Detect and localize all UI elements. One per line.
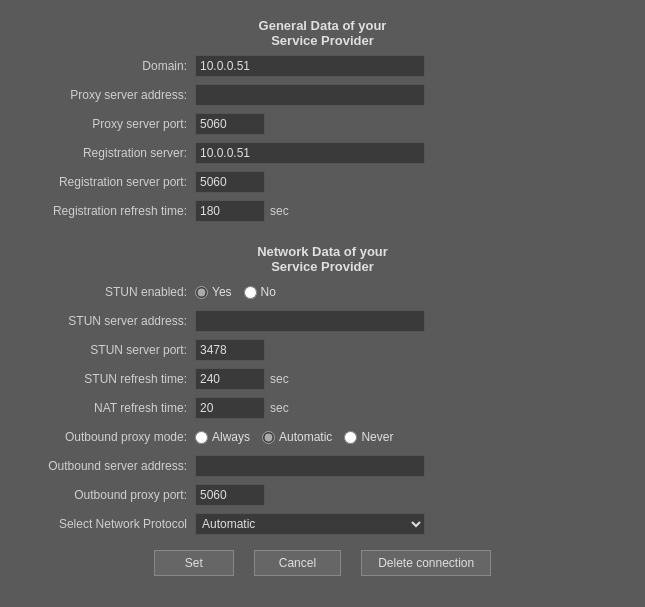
outbound-automatic-item[interactable]: Automatic bbox=[262, 430, 332, 444]
outbound-mode-row: Outbound proxy mode: Always Automatic Ne… bbox=[20, 425, 625, 449]
delete-button[interactable]: Delete connection bbox=[361, 550, 491, 576]
general-section-header: General Data of your Service Provider bbox=[20, 18, 625, 48]
button-row: Set Cancel Delete connection bbox=[20, 550, 625, 586]
set-button[interactable]: Set bbox=[154, 550, 234, 576]
stun-no-radio[interactable] bbox=[244, 286, 257, 299]
stun-enabled-label: STUN enabled: bbox=[20, 285, 195, 299]
stun-refresh-input[interactable] bbox=[195, 368, 265, 390]
network-protocol-select[interactable]: Automatic UDP TCP TLS bbox=[195, 513, 425, 535]
outbound-address-input[interactable] bbox=[195, 455, 425, 477]
reg-port-row: Registration server port: bbox=[20, 170, 625, 194]
outbound-address-row: Outbound server address: bbox=[20, 454, 625, 478]
proxy-address-row: Proxy server address: bbox=[20, 83, 625, 107]
stun-port-row: STUN server port: bbox=[20, 338, 625, 362]
domain-label: Domain: bbox=[20, 59, 195, 73]
outbound-port-row: Outbound proxy port: bbox=[20, 483, 625, 507]
stun-no-item[interactable]: No bbox=[244, 285, 276, 299]
proxy-port-input[interactable] bbox=[195, 113, 265, 135]
outbound-port-input[interactable] bbox=[195, 484, 265, 506]
reg-refresh-input[interactable] bbox=[195, 200, 265, 222]
network-protocol-label: Select Network Protocol bbox=[20, 517, 195, 531]
nat-refresh-row: NAT refresh time: sec bbox=[20, 396, 625, 420]
outbound-mode-label: Outbound proxy mode: bbox=[20, 430, 195, 444]
domain-row: Domain: bbox=[20, 54, 625, 78]
main-container: General Data of your Service Provider Do… bbox=[0, 0, 645, 596]
outbound-always-radio[interactable] bbox=[195, 431, 208, 444]
nat-refresh-unit: sec bbox=[270, 401, 289, 415]
proxy-address-label: Proxy server address: bbox=[20, 88, 195, 102]
outbound-automatic-label: Automatic bbox=[279, 430, 332, 444]
stun-port-input[interactable] bbox=[195, 339, 265, 361]
outbound-port-label: Outbound proxy port: bbox=[20, 488, 195, 502]
stun-yes-radio[interactable] bbox=[195, 286, 208, 299]
reg-refresh-unit: sec bbox=[270, 204, 289, 218]
outbound-automatic-radio[interactable] bbox=[262, 431, 275, 444]
stun-yes-item[interactable]: Yes bbox=[195, 285, 232, 299]
reg-refresh-row: Registration refresh time: sec bbox=[20, 199, 625, 223]
reg-refresh-label: Registration refresh time: bbox=[20, 204, 195, 218]
cancel-button[interactable]: Cancel bbox=[254, 550, 341, 576]
stun-yes-label: Yes bbox=[212, 285, 232, 299]
nat-refresh-input[interactable] bbox=[195, 397, 265, 419]
stun-enabled-group: Yes No bbox=[195, 285, 276, 299]
outbound-mode-group: Always Automatic Never bbox=[195, 430, 393, 444]
stun-address-row: STUN server address: bbox=[20, 309, 625, 333]
nat-refresh-label: NAT refresh time: bbox=[20, 401, 195, 415]
reg-server-label: Registration server: bbox=[20, 146, 195, 160]
proxy-address-input[interactable] bbox=[195, 84, 425, 106]
outbound-address-label: Outbound server address: bbox=[20, 459, 195, 473]
stun-refresh-label: STUN refresh time: bbox=[20, 372, 195, 386]
outbound-always-item[interactable]: Always bbox=[195, 430, 250, 444]
network-section-header: Network Data of your Service Provider bbox=[20, 244, 625, 274]
network-protocol-row: Select Network Protocol Automatic UDP TC… bbox=[20, 512, 625, 536]
stun-refresh-row: STUN refresh time: sec bbox=[20, 367, 625, 391]
stun-refresh-unit: sec bbox=[270, 372, 289, 386]
reg-server-input[interactable] bbox=[195, 142, 425, 164]
stun-enabled-row: STUN enabled: Yes No bbox=[20, 280, 625, 304]
reg-server-row: Registration server: bbox=[20, 141, 625, 165]
stun-address-input[interactable] bbox=[195, 310, 425, 332]
proxy-port-row: Proxy server port: bbox=[20, 112, 625, 136]
reg-port-input[interactable] bbox=[195, 171, 265, 193]
domain-input[interactable] bbox=[195, 55, 425, 77]
outbound-never-label: Never bbox=[361, 430, 393, 444]
outbound-never-item[interactable]: Never bbox=[344, 430, 393, 444]
stun-address-label: STUN server address: bbox=[20, 314, 195, 328]
stun-port-label: STUN server port: bbox=[20, 343, 195, 357]
outbound-never-radio[interactable] bbox=[344, 431, 357, 444]
proxy-port-label: Proxy server port: bbox=[20, 117, 195, 131]
reg-port-label: Registration server port: bbox=[20, 175, 195, 189]
stun-no-label: No bbox=[261, 285, 276, 299]
outbound-always-label: Always bbox=[212, 430, 250, 444]
